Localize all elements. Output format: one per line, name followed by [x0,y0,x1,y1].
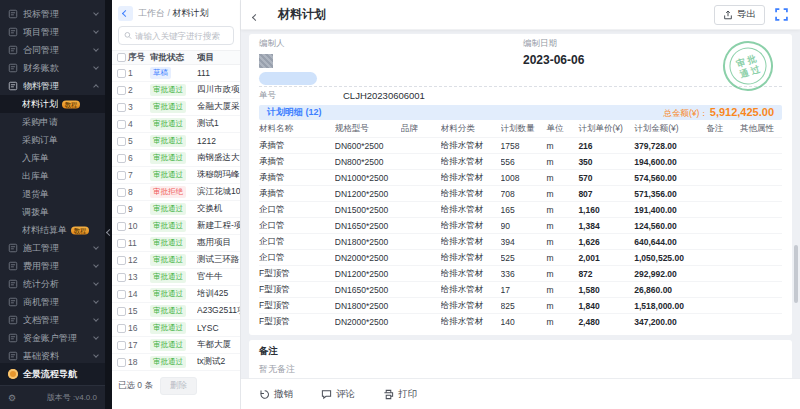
row-checkbox[interactable] [117,171,126,180]
list-item[interactable]: 18审批通过tx测试2 [112,354,240,371]
list-item[interactable]: 15审批通过A23G2511项 [112,303,240,320]
table-cell: 140 [501,317,547,327]
status-cell: 审批通过 [150,339,197,351]
sidebar-item-purchase-request[interactable]: 采购申请 [0,113,105,131]
row-checkbox[interactable] [117,137,126,146]
row-checkbox[interactable] [117,69,126,78]
row-checkbox-cell [112,239,128,248]
sidebar-item-project[interactable]: 项目管理 [0,23,105,41]
row-checkbox[interactable] [117,188,126,197]
row-checkbox[interactable] [117,358,126,367]
status-badge: 审批拒绝 [150,186,186,198]
sidebar-item-material-plan[interactable]: 材料计划教程 [0,95,105,113]
row-checkbox[interactable] [117,256,126,265]
sidebar-item-bidding[interactable]: 投标管理 [0,5,105,23]
sidebar-item-material-settlement[interactable]: 材料结算单教程 [0,221,105,239]
list-item[interactable]: 3审批通过金融大厦采 [112,99,240,116]
table-cell: 给排水管材 [441,188,501,200]
list-item[interactable]: 9审批通过交换机 [112,201,240,218]
list-item[interactable]: 13审批通过官牛牛 [112,269,240,286]
select-all-checkbox[interactable] [117,53,126,62]
chevron-down-icon [93,10,99,16]
row-checkbox-cell [112,120,128,129]
scrollbar-thumb[interactable] [794,245,798,303]
status-badge: 审批通过 [150,203,186,215]
action-label: 评论 [336,388,355,401]
sidebar-item-funds[interactable]: 资金账户管理 [0,329,105,347]
row-checkbox[interactable] [117,239,126,248]
sidebar-menu: 投标管理项目管理合同管理财务账款物料管理材料计划教程采购申请采购订单入库单出库单… [0,0,105,383]
sidebar-item-inbound[interactable]: 入库单 [0,149,105,167]
row-checkbox[interactable] [117,273,126,282]
sidebar-item-statistics[interactable]: 统计分析 [0,275,105,293]
row-checkbox[interactable] [117,222,126,231]
list-item[interactable]: 4审批通过测试1 [112,116,240,133]
row-checkbox-cell [112,171,128,180]
list-item[interactable]: 1草稿111 [112,65,240,82]
status-badge: 审批通过 [150,305,186,317]
delete-button[interactable]: 删除 [160,377,197,395]
status-cell: 草稿 [150,67,197,79]
sidebar-item-business[interactable]: 商机管理 [0,293,105,311]
fullscreen-button[interactable] [775,8,788,21]
project-name: 珠穆朗玛峰 [197,169,240,181]
back-arrow-icon [122,10,129,17]
sidebar-item-transfer[interactable]: 调拨单 [0,203,105,221]
sidebar-item-purchase-order[interactable]: 采购订单 [0,131,105,149]
undo-button[interactable]: 撤销 [259,388,293,401]
list-item[interactable]: 2审批通过四川市政项 [112,82,240,99]
row-number: 7 [128,170,150,180]
sidebar-item-outbound[interactable]: 出库单 [0,167,105,185]
sidebar-item-documents[interactable]: 文档管理 [0,311,105,329]
search-input[interactable] [135,31,228,41]
breadcrumb-root[interactable]: 工作台 [138,8,165,18]
print-button[interactable]: 打印 [383,388,417,401]
row-checkbox[interactable] [117,103,126,112]
row-checkbox[interactable] [117,290,126,299]
list-item[interactable]: 11审批通过惠用项目 [112,235,240,252]
row-checkbox[interactable] [117,86,126,95]
list-item[interactable]: 6审批通过南钢盛达大 [112,150,240,167]
table-cell: 1008 [501,173,547,183]
sidebar-item-material[interactable]: 物料管理 [0,77,105,95]
list-item[interactable]: 14审批通过培训425 [112,286,240,303]
export-button[interactable]: 导出 [714,5,765,25]
detail-footer-toolbar: 撤销评论打印 [241,378,800,409]
row-checkbox-cell [112,103,128,112]
sidebar-item-return[interactable]: 退货单 [0,185,105,203]
back-button[interactable] [118,6,133,21]
comment-icon [321,389,332,400]
sidebar-item-finance[interactable]: 财务账款 [0,59,105,77]
row-checkbox[interactable] [117,341,126,350]
status-badge: 审批通过 [150,271,186,283]
table-cell: 1,050,525.00 [634,253,706,263]
process-navigation-label: 全景流程导航 [23,368,77,381]
detail-back-button[interactable] [253,6,258,24]
list-item[interactable]: 8审批拒绝滨江花城10 [112,184,240,201]
row-checkbox[interactable] [117,120,126,129]
row-checkbox[interactable] [117,324,126,333]
sidebar-collapse-strip[interactable] [105,0,112,409]
row-checkbox[interactable] [117,307,126,316]
detail-actions: 导出 [714,5,788,25]
action-label: 打印 [398,388,417,401]
table-cell: DN1000*2500 [335,173,401,183]
sidebar-item-process-navigation[interactable]: 全景流程导航 [0,363,105,385]
breadcrumb: 工作台 / 材料计划 [138,7,209,20]
sidebar-item-construction[interactable]: 施工管理 [0,239,105,257]
sidebar-item-expense[interactable]: 费用管理 [0,257,105,275]
list-item[interactable]: 7审批通过珠穆朗玛峰 [112,167,240,184]
list-item[interactable]: 12审批通过测试三环路 [112,252,240,269]
list-item[interactable]: 17审批通过车都大厦 [112,337,240,354]
table-cell: F型顶管 [259,300,335,312]
list-item[interactable]: 10审批通过新建工程-项 [112,218,240,235]
list-item[interactable]: 16审批通过LYSC [112,320,240,337]
row-checkbox[interactable] [117,205,126,214]
list-item[interactable]: 5审批通过1212 [112,133,240,150]
sidebar-item-contract[interactable]: 合同管理 [0,41,105,59]
chevron-down-icon [93,316,99,322]
row-checkbox[interactable] [117,154,126,163]
settings-gear-icon[interactable]: ⚙ [8,393,16,403]
comment-button[interactable]: 评论 [321,388,355,401]
material-row: F型顶管DN1650*2500给排水管材17m1,58026,860.00 [259,281,782,297]
